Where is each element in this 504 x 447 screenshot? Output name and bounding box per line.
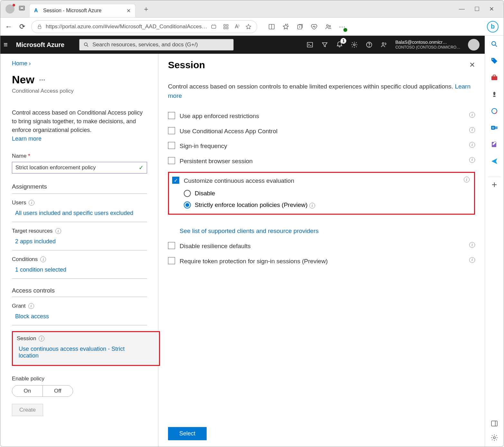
copilot-sidebar-icon[interactable] — [490, 107, 498, 115]
address-bar[interactable]: https://portal.azure.com/#view/Microsoft… — [31, 20, 257, 33]
conditions-row[interactable]: Conditions i — [12, 256, 152, 263]
users-summary-link[interactable]: All users included and specific users ex… — [12, 210, 141, 217]
azure-brand[interactable]: Microsoft Azure — [16, 41, 64, 49]
checkbox[interactable] — [168, 127, 175, 134]
name-input[interactable]: Strict location enforcement policy ✓ — [12, 162, 147, 173]
filter-icon[interactable] — [321, 41, 328, 48]
info-icon[interactable]: i — [469, 142, 475, 148]
info-icon[interactable]: i — [469, 112, 475, 118]
conditions-summary-link[interactable]: 1 condition selected — [12, 266, 141, 273]
more-actions-icon[interactable]: … — [39, 75, 45, 82]
info-icon[interactable]: i — [309, 203, 315, 209]
create-button[interactable]: Create — [12, 404, 43, 416]
extensions-grid-icon[interactable] — [223, 23, 229, 30]
select-button[interactable]: Select — [168, 427, 207, 440]
star-icon[interactable] — [245, 23, 252, 30]
checkbox[interactable] — [168, 157, 175, 164]
users-row[interactable]: Users i — [12, 200, 152, 206]
new-tab-button[interactable]: ＋ — [143, 4, 150, 14]
send-sidebar-icon[interactable] — [490, 157, 498, 165]
info-icon[interactable]: i — [40, 256, 46, 262]
cloud-shell-icon[interactable] — [306, 41, 313, 48]
more-menu-button[interactable]: ⋯ — [339, 23, 345, 31]
minimize-icon[interactable]: — — [459, 5, 465, 13]
checkbox-checked[interactable]: ✓ — [172, 177, 179, 184]
svg-rect-2 — [38, 26, 41, 29]
notifications-button[interactable]: 1 — [336, 41, 343, 49]
radio-disable[interactable]: Disable — [184, 190, 470, 197]
chevron-right-icon: › — [29, 60, 31, 67]
radio-button-selected[interactable] — [184, 201, 191, 209]
option-disable-resilience[interactable]: Disable resilience defaults i — [168, 242, 475, 251]
add-sidebar-icon[interactable] — [490, 181, 498, 189]
chess-sidebar-icon[interactable] — [490, 90, 498, 98]
enable-policy-toggle[interactable]: On Off — [12, 385, 73, 397]
session-blade-description: Control access based on session controls… — [168, 82, 475, 100]
info-icon[interactable]: i — [469, 242, 475, 248]
checkbox[interactable] — [168, 142, 175, 149]
target-resources-row[interactable]: Target resources i — [12, 228, 152, 234]
outlook-sidebar-icon[interactable]: O — [490, 124, 498, 132]
info-icon[interactable]: i — [29, 200, 34, 206]
user-avatar[interactable] — [468, 39, 480, 51]
info-icon[interactable]: i — [464, 177, 470, 182]
option-app-control[interactable]: Use Conditional Access App Control i — [168, 127, 475, 136]
info-icon[interactable]: i — [469, 157, 475, 163]
feedback-icon[interactable] — [380, 41, 387, 48]
grant-summary-link[interactable]: Block access — [12, 313, 141, 320]
bing-button[interactable]: b — [487, 21, 499, 33]
checkbox[interactable] — [168, 112, 175, 119]
favorites-icon[interactable] — [282, 23, 289, 30]
target-summary-link[interactable]: 2 apps included — [12, 238, 141, 245]
close-window-icon[interactable]: ✕ — [489, 5, 494, 13]
breadcrumb-home[interactable]: Home — [12, 60, 27, 67]
svg-point-15 — [327, 24, 329, 26]
back-button[interactable]: ← — [4, 23, 13, 31]
tag-sidebar-icon[interactable] — [490, 57, 498, 65]
info-icon[interactable]: i — [28, 303, 34, 309]
radio-button[interactable] — [184, 190, 191, 197]
toggle-off[interactable]: Off — [42, 386, 73, 396]
people-icon[interactable] — [325, 23, 332, 30]
app-icon[interactable] — [210, 23, 217, 30]
help-icon[interactable] — [366, 41, 373, 48]
radio-strict-enforce[interactable]: Strictly enforce location policies (Prev… — [184, 201, 470, 209]
option-token-protection[interactable]: Require token protection for sign-in ses… — [168, 257, 475, 266]
info-icon[interactable]: i — [469, 257, 475, 263]
account-info[interactable]: BalaS@contoso.onmicr… CONTOSO (CONTOSO.O… — [395, 40, 460, 50]
info-icon[interactable]: i — [55, 228, 61, 234]
option-app-enforced[interactable]: Use app enforced restrictions i — [168, 112, 475, 121]
grant-row[interactable]: Grant i — [12, 303, 152, 309]
session-summary-link[interactable]: Use continuous access evaluation - Stric… — [17, 346, 145, 359]
checkbox[interactable] — [168, 242, 175, 249]
refresh-button[interactable]: ⟳ — [18, 23, 27, 31]
split-screen-icon[interactable] — [268, 23, 275, 30]
toggle-on[interactable]: On — [12, 386, 42, 396]
learn-more-link[interactable]: Learn more — [12, 135, 42, 142]
sidebar-toggle-icon[interactable] — [490, 420, 498, 427]
browser-profile-icon[interactable] — [5, 5, 14, 14]
search-sidebar-icon[interactable] — [490, 40, 498, 48]
info-icon[interactable]: i — [39, 336, 44, 341]
session-row[interactable]: Session i — [17, 335, 155, 342]
option-customize-cae[interactable]: ✓ Customize continuous access evaluation… — [172, 177, 470, 185]
browser-tab[interactable]: A Session - Microsoft Azure ✕ — [29, 4, 135, 17]
info-icon[interactable]: i — [469, 127, 475, 133]
azure-search-box[interactable]: Search resources, services, and docs (G+… — [79, 39, 234, 51]
option-persistent-browser[interactable]: Persistent browser session i — [168, 157, 475, 166]
option-signin-frequency[interactable]: Sign-in frequency i — [168, 142, 475, 151]
hamburger-menu-icon[interactable]: ≡ — [4, 41, 8, 49]
health-icon[interactable] — [311, 23, 318, 30]
edit-sidebar-icon[interactable] — [490, 141, 498, 148]
collections-icon[interactable] — [296, 23, 303, 30]
read-aloud-icon[interactable]: A⁾ — [235, 23, 240, 30]
tab-overview-icon[interactable] — [18, 5, 25, 13]
sidebar-settings-icon[interactable] — [490, 434, 498, 442]
supported-clients-link[interactable]: See list of supported clients and resour… — [180, 227, 475, 236]
settings-gear-icon[interactable] — [351, 41, 358, 48]
checkbox[interactable] — [168, 257, 175, 264]
briefcase-sidebar-icon[interactable] — [490, 74, 498, 81]
maximize-icon[interactable]: ☐ — [474, 5, 480, 13]
close-blade-icon[interactable]: ✕ — [469, 61, 475, 69]
close-tab-icon[interactable]: ✕ — [126, 8, 131, 14]
